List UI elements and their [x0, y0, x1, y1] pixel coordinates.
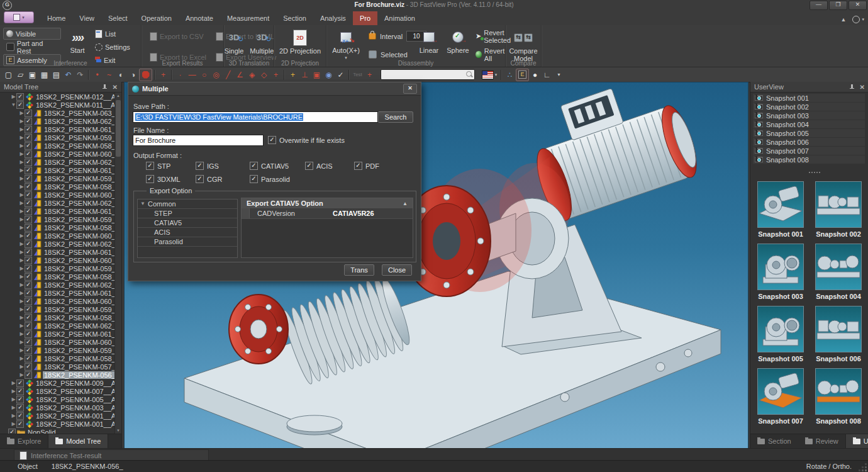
tab-operation[interactable]: Operation [135, 11, 179, 25]
expander-icon[interactable]: ▶ [19, 225, 25, 230]
close-dialog-button[interactable]: Close [382, 264, 412, 276]
point-display-icon[interactable]: • [91, 69, 103, 81]
visibility-checkbox[interactable]: ✓ [25, 175, 32, 183]
minimize-button[interactable]: — [810, 1, 828, 10]
visibility-checkbox[interactable]: ✓ [25, 347, 32, 354]
pin-icon[interactable] [102, 84, 108, 90]
tree-item[interactable]: ▶✓18SK2_PSENKM-003__ASM [0, 403, 115, 412]
measure-polygon-icon[interactable]: ◈ [246, 69, 258, 81]
tree-item[interactable]: ▶✓18SK2_PSENKM-058_ [0, 354, 115, 362]
2d-projection-button[interactable]: 2D 2D Projection [277, 28, 323, 55]
expander-icon[interactable]: ▶ [11, 380, 16, 386]
tree-item[interactable]: ▶✓18SK2_PSENKM-058_ [0, 273, 115, 281]
validate-icon[interactable]: ✓ [335, 69, 347, 81]
save-icon[interactable]: ▣ [26, 69, 38, 81]
help-menu-button[interactable]: ▾ [852, 16, 864, 23]
tree-item[interactable]: ▶✓18SK2_PSENKM-061_ [0, 207, 115, 215]
option-tree-item[interactable]: Parasolid [138, 237, 237, 247]
expander-icon[interactable]: ▶ [19, 143, 25, 149]
option-tree-item[interactable]: CATIAV5 [138, 218, 237, 228]
expander-icon[interactable]: ▶ [11, 405, 16, 410]
tree-item[interactable]: ▶✓18SK2_PSENKM-005__ASM [0, 395, 115, 403]
visibility-checkbox[interactable]: ✓ [25, 257, 32, 264]
zoom-region-icon[interactable]: ◉ [323, 69, 335, 81]
option-tree-item[interactable]: ACIS [138, 228, 237, 237]
interference-settings-button[interactable]: Settings [92, 41, 133, 53]
tree-item[interactable]: ▶✓18SK2_PSENKM-058_ [0, 223, 115, 232]
expander-icon[interactable]: ▶ [19, 290, 25, 296]
tree-item[interactable]: ▼✓18SK2_PSENKM-011__ASM [0, 101, 115, 109]
expander-icon[interactable]: ▶ [19, 331, 25, 337]
close-panel-icon[interactable]: ✕ [860, 84, 865, 91]
visibility-checkbox[interactable]: ✓ [25, 281, 32, 289]
visibility-checkbox[interactable]: ✓ [25, 298, 32, 305]
center-box-icon[interactable]: ▣ [311, 69, 323, 81]
disassembly-sphere-button[interactable]: ✓→ Sphere [442, 27, 474, 54]
model-tree-view-icon[interactable]: E [516, 69, 529, 81]
visibility-checkbox[interactable]: ✓ [25, 208, 32, 215]
visibility-checkbox[interactable]: ✓ [25, 142, 32, 150]
tab-pro[interactable]: Pro [353, 11, 377, 25]
snapshot-thumbnail[interactable]: Snapshot 002 [812, 181, 865, 238]
visibility-checkbox[interactable]: ✓ [16, 396, 24, 403]
visibility-checkbox[interactable]: ✓ [16, 379, 24, 387]
scrollbar-thumb[interactable] [116, 100, 121, 157]
visibility-checkbox[interactable]: ✓ [25, 322, 32, 330]
expander-icon[interactable]: ▶ [19, 274, 25, 279]
tree-item[interactable]: ▶✓18SK2_PSENKM-012__ASM [0, 93, 115, 101]
compare-model-button[interactable]: ⇆⇆ Compare Model [506, 28, 541, 62]
visibility-checkbox[interactable]: ✓ [25, 265, 32, 273]
part-and-rest-toggle-button[interactable]: Part and Rest [3, 41, 61, 53]
coordinate-axis-icon[interactable]: ∟ [541, 69, 553, 81]
tree-item[interactable]: ▶✓18SK2_PSENKM-060_ [0, 150, 115, 158]
tree-item[interactable]: ▶✓18SK2_PSENKM-059_ [0, 174, 115, 183]
tree-scrollbar[interactable]: ▲ ▼ [114, 93, 121, 434]
trans-button[interactable]: Trans [344, 264, 374, 276]
cad-version-row[interactable]: CADVersion CATIAV5R26 [242, 208, 413, 219]
visibility-checkbox[interactable]: ✓ [16, 404, 24, 412]
annotation-text-icon[interactable]: Test [352, 69, 364, 81]
visibility-checkbox[interactable]: ✓ [25, 191, 32, 199]
tree-item[interactable]: ▶✓18SK2_PSENKM-061_ [0, 125, 115, 133]
tab-model-tree[interactable]: Model Tree [48, 434, 108, 448]
expander-icon[interactable]: ▶ [19, 126, 25, 132]
visibility-checkbox[interactable]: ✓ [25, 371, 32, 379]
tree-item[interactable]: ▶✓18SK2_PSENKM-059_ [0, 264, 115, 273]
3d-translation-multiple-button[interactable]: 3D↻ Multiple [248, 28, 275, 55]
expander-icon[interactable]: ▶ [11, 94, 16, 99]
tab-section[interactable]: Section [276, 11, 313, 25]
search-input[interactable] [381, 69, 475, 80]
expander-icon[interactable]: ▶ [19, 151, 25, 157]
tab-section[interactable]: Section [750, 434, 798, 448]
tree-item[interactable]: ▶✓18SK2_PSENKM-058_ [0, 313, 115, 322]
3d-translation-single-button[interactable]: 3D↻ Single [223, 28, 246, 55]
expander-icon[interactable]: ▶ [19, 282, 25, 288]
catia-option-header[interactable]: Export CATIAV5 Option ▲ [242, 198, 413, 208]
structure-view-icon[interactable]: ∴ [504, 69, 516, 81]
visibility-checkbox[interactable]: ✓ [25, 232, 32, 240]
snapshot-list-item[interactable]: Snapshot 007 [753, 147, 865, 155]
format-checkbox-igs[interactable]: ✓IGS [196, 162, 250, 170]
tree-item[interactable]: ▶✓18SK2_PSENKM-001__ASM [0, 412, 115, 420]
tree-item[interactable]: ▶✓18SK2_PSENKM-062_ [0, 281, 115, 289]
expander-icon[interactable]: ▶ [19, 208, 25, 214]
expander-icon[interactable]: ▶ [19, 298, 25, 304]
visibility-checkbox[interactable]: ✓ [25, 199, 32, 207]
visibility-checkbox[interactable]: ✓ [25, 273, 32, 281]
undo-icon[interactable]: ↶ [62, 69, 74, 81]
expander-icon[interactable]: ▶ [11, 421, 16, 427]
tree-item[interactable]: ▶✓18SK2_PSENKM-061_ [0, 248, 115, 256]
tab-explore[interactable]: Explore [0, 434, 48, 448]
format-checkbox-acis[interactable]: ✓ACIS [305, 162, 354, 170]
format-checkbox-parasolid[interactable]: ✓Parasolid [250, 175, 305, 183]
scroll-up-icon[interactable]: ▲ [115, 93, 121, 99]
resize-grip[interactable] [865, 469, 867, 471]
visibility-checkbox[interactable]: ✓ [25, 110, 32, 117]
tab-animation[interactable]: Animation [377, 11, 422, 25]
expander-icon[interactable]: ▼ [11, 102, 16, 108]
snapshot-list-item[interactable]: Snapshot 005 [753, 129, 865, 137]
tab-annotate[interactable]: Annotate [179, 11, 220, 25]
axis-display-icon[interactable]: + [157, 69, 169, 81]
tree-item[interactable]: ▶✓18SK2_PSENKM-060_ [0, 191, 115, 199]
wireframe-display-icon[interactable]: ~ [103, 69, 115, 81]
